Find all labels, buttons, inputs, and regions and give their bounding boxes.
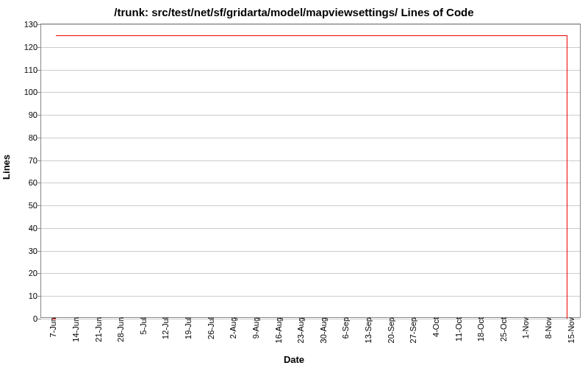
x-tick-label: 14-Jun (70, 317, 80, 342)
x-tick-label: 30-Aug (318, 317, 328, 343)
x-tick-label: 27-Sep (407, 317, 417, 343)
x-tick-label: 16-Aug (273, 317, 283, 343)
plot-area: 01020304050607080901001101201307-Jun14-J… (40, 24, 581, 318)
series-segment (567, 35, 567, 319)
x-tick-label: 21-Jun (93, 317, 103, 342)
loc-chart: /trunk: src/test/net/sf/gridarta/model/m… (0, 0, 588, 368)
x-tick-label: 23-Aug (295, 317, 305, 343)
chart-title: /trunk: src/test/net/sf/gridarta/model/m… (0, 0, 588, 21)
x-tick-label: 15-Nov (565, 317, 576, 343)
series-segment (56, 35, 567, 36)
x-axis-label: Date (284, 354, 304, 365)
x-tick-label: 28-Jun (115, 317, 125, 342)
x-tick-label: 13-Sep (362, 317, 373, 343)
series-segment (52, 319, 55, 319)
y-axis-label: Lines (1, 155, 12, 180)
x-tick-label: 20-Sep (385, 317, 395, 343)
